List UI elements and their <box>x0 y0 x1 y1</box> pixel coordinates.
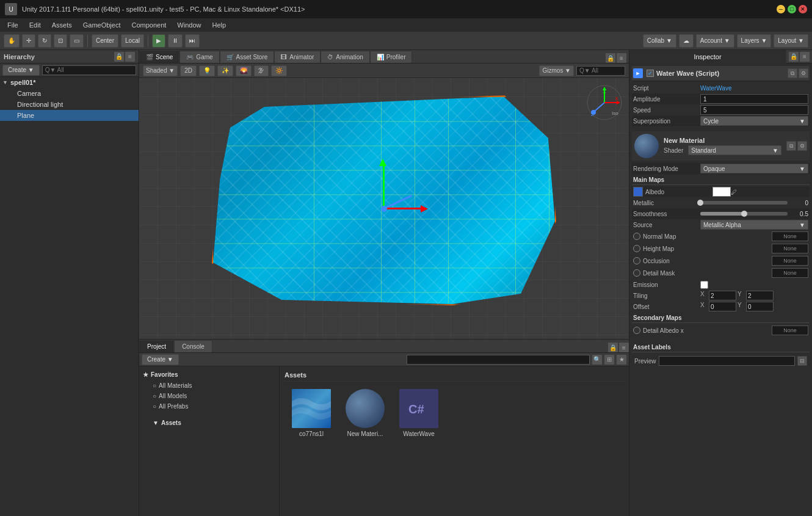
scene-search-input[interactable] <box>576 66 625 76</box>
maximize-button[interactable]: □ <box>788 5 796 13</box>
fav-all-materials[interactable]: ○ All Materials <box>142 380 277 391</box>
inspector-lock-icon[interactable]: 🔒 <box>789 52 799 62</box>
project-create-button[interactable]: Create ▼ <box>142 354 179 365</box>
offset-x-input[interactable] <box>709 302 736 311</box>
hand-tool-button[interactable]: ✋ <box>4 34 20 48</box>
collab-button[interactable]: Collab ▼ <box>643 34 676 48</box>
superposition-dropdown[interactable]: Cycle ▼ <box>700 116 808 126</box>
tiling-x-input[interactable] <box>709 291 736 300</box>
cloud-button[interactable]: ☁ <box>679 34 694 48</box>
menu-component[interactable]: Component <box>126 20 171 30</box>
component-copy-icon[interactable]: ⧉ <box>788 68 797 78</box>
metallic-slider-thumb[interactable] <box>697 200 703 206</box>
tab-asset-store[interactable]: 🛒 Asset Store <box>220 51 275 63</box>
minimize-button[interactable]: ─ <box>777 5 785 13</box>
menu-file[interactable]: File <box>2 20 23 30</box>
2d-button[interactable]: 2D <box>180 65 197 76</box>
hierarchy-item-spell01[interactable]: ▼ spell01* <box>0 77 139 88</box>
hierarchy-item-camera[interactable]: Camera <box>0 88 139 99</box>
occlusion-radio[interactable] <box>633 257 640 264</box>
smoothness-slider-thumb[interactable] <box>741 211 747 217</box>
rendering-mode-dropdown[interactable]: Opaque ▼ <box>700 164 808 173</box>
shader-dropdown[interactable]: Standard ▼ <box>688 145 781 155</box>
tab-scene[interactable]: 🎬 Scene <box>139 51 179 63</box>
step-button[interactable]: ⏭ <box>185 34 200 48</box>
bottom-menu-icon[interactable]: ≡ <box>619 343 629 352</box>
lights-button[interactable]: 💡 <box>199 65 215 76</box>
material-copy-icon[interactable]: ⧉ <box>786 141 796 151</box>
gizmos-dropdown[interactable]: Gizmos ▼ <box>539 65 574 76</box>
play-button[interactable]: ▶ <box>152 34 165 48</box>
fx-button[interactable]: ✨ <box>217 65 233 76</box>
asset-item-material[interactable]: New Materi... <box>341 387 390 440</box>
scene-lock-icon[interactable]: 🔒 <box>606 53 615 63</box>
asset-item-texture[interactable]: co77ns1l <box>287 387 336 440</box>
hierarchy-create-button[interactable]: Create ▼ <box>2 65 40 76</box>
tab-animation[interactable]: ⏱ Animation <box>321 51 369 63</box>
rotate-tool-button[interactable]: ↻ <box>38 34 51 48</box>
fav-all-prefabs[interactable]: ○ All Prefabs <box>142 401 277 412</box>
albedo-eyedrop-icon[interactable]: 🖊 <box>731 189 737 195</box>
bottom-lock-icon[interactable]: 🔒 <box>608 343 618 352</box>
scene-menu-icon[interactable]: ≡ <box>617 53 626 63</box>
metallic-slider-track[interactable] <box>700 201 788 205</box>
tab-project[interactable]: Project <box>139 340 174 352</box>
preview-input[interactable] <box>659 356 795 366</box>
tab-game[interactable]: 🎮 Game <box>179 51 219 63</box>
menu-help[interactable]: Help <box>207 20 231 30</box>
script-value[interactable]: WaterWave <box>700 85 808 92</box>
inspector-tab[interactable]: Inspector <box>629 50 786 64</box>
move-tool-button[interactable]: ✛ <box>22 34 35 48</box>
tab-profiler[interactable]: 📊 Profiler <box>370 51 413 63</box>
hierarchy-menu-icon[interactable]: ≡ <box>125 52 135 62</box>
hierarchy-item-plane[interactable]: Plane <box>0 110 139 121</box>
assets-root-item[interactable]: ▼ Assets <box>142 418 277 428</box>
tab-console[interactable]: Console <box>174 340 212 352</box>
center-toggle-button[interactable]: Center <box>92 34 118 48</box>
menu-window[interactable]: Window <box>172 20 206 30</box>
amplitude-input[interactable] <box>700 94 808 104</box>
filter-icon[interactable]: ⊞ <box>604 355 614 365</box>
skybox-button[interactable]: 🌄 <box>236 65 252 76</box>
occlusion-slot[interactable]: None <box>772 256 808 266</box>
emission-checkbox[interactable] <box>700 281 708 289</box>
detail-mask-slot[interactable]: None <box>772 268 808 278</box>
offset-y-input[interactable] <box>746 302 774 311</box>
menu-assets[interactable]: Assets <box>47 20 77 30</box>
height-map-radio[interactable] <box>633 245 640 252</box>
search-icon[interactable]: 🔍 <box>592 355 602 365</box>
flares-button[interactable]: 🔆 <box>271 65 287 76</box>
fog-button[interactable]: 🌫 <box>254 65 269 76</box>
preview-expand-icon[interactable]: ⊟ <box>797 356 807 366</box>
detail-albedo-radio[interactable] <box>633 327 640 334</box>
close-button[interactable]: ✕ <box>799 5 807 13</box>
rect-tool-button[interactable]: ▭ <box>70 34 84 48</box>
layers-dropdown[interactable]: Layers ▼ <box>737 34 772 48</box>
tab-animator[interactable]: 🎞 Animator <box>274 51 321 63</box>
asset-item-script[interactable]: C# WaterWave <box>394 387 443 440</box>
account-dropdown[interactable]: Account ▼ <box>696 34 734 48</box>
material-gear-icon[interactable]: ⚙ <box>797 141 807 151</box>
layout-dropdown[interactable]: Layout ▼ <box>774 34 808 48</box>
inspector-menu-icon[interactable]: ≡ <box>800 52 810 62</box>
menu-gameobject[interactable]: GameObject <box>78 20 126 30</box>
component-gear-icon[interactable]: ⚙ <box>799 68 808 78</box>
shaded-dropdown[interactable]: Shaded ▼ <box>143 65 178 76</box>
detail-mask-radio[interactable] <box>633 269 640 277</box>
component-enabled-checkbox[interactable] <box>647 70 654 77</box>
albedo-color-swatch[interactable] <box>633 187 643 197</box>
speed-input[interactable] <box>700 105 808 115</box>
hierarchy-lock-icon[interactable]: 🔒 <box>114 52 124 62</box>
inspector-content[interactable]: ► Water Wave (Script) ⧉ ⚙ Script WaterWa… <box>629 64 812 516</box>
source-dropdown[interactable]: Metallic Alpha ▼ <box>700 220 808 230</box>
star-icon[interactable]: ★ <box>617 355 626 365</box>
tiling-y-input[interactable] <box>746 291 774 300</box>
normal-map-slot[interactable]: None <box>772 231 808 241</box>
albedo-white-swatch[interactable] <box>712 187 731 197</box>
smoothness-slider-track[interactable] <box>700 212 788 216</box>
scene-viewport[interactable]: Y X Z Iso <box>139 78 629 339</box>
project-search-input[interactable] <box>407 355 590 365</box>
height-map-slot[interactable]: None <box>772 244 808 253</box>
fav-all-models[interactable]: ○ All Models <box>142 391 277 401</box>
scale-tool-button[interactable]: ⊡ <box>54 34 67 48</box>
